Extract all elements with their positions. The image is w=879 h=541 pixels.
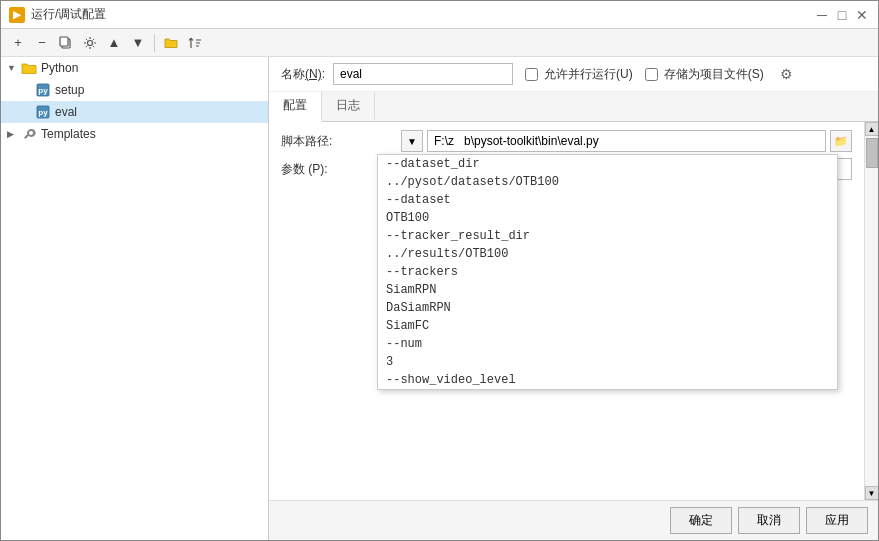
- autocomplete-item-11[interactable]: 3: [378, 353, 837, 371]
- name-header: 名称(N): 允许并行运行(U) 存储为项目文件(S) ⚙: [269, 57, 878, 92]
- svg-point-2: [88, 40, 93, 45]
- tabs-bar: 配置 日志: [269, 92, 878, 122]
- python-group-icon: [21, 60, 37, 76]
- save-project-label: 存储为项目文件(S): [664, 66, 764, 83]
- copy-icon: [59, 36, 73, 50]
- autocomplete-item-10[interactable]: --num: [378, 335, 837, 353]
- scroll-up-button[interactable]: ▲: [865, 122, 879, 136]
- autocomplete-item-8[interactable]: DaSiamRPN: [378, 299, 837, 317]
- autocomplete-item-3[interactable]: OTB100: [378, 209, 837, 227]
- settings-button[interactable]: [79, 32, 101, 54]
- save-project-checkbox[interactable]: [645, 68, 658, 81]
- title-bar: ▶ 运行/调试配置 ─ □ ✕: [1, 1, 878, 29]
- script-path-row: 脚本路径: ▼ 📁: [281, 130, 852, 152]
- setup-icon: py: [35, 82, 51, 98]
- autocomplete-item-6[interactable]: --trackers: [378, 263, 837, 281]
- cancel-button[interactable]: 取消: [738, 507, 800, 534]
- save-project-row: 存储为项目文件(S): [645, 66, 764, 83]
- scroll-thumb[interactable]: [866, 138, 878, 168]
- autocomplete-item-5[interactable]: ../results/OTB100: [378, 245, 837, 263]
- tab-config[interactable]: 配置: [269, 92, 322, 122]
- folder-icon: [164, 37, 178, 49]
- script-type-dropdown[interactable]: ▼: [401, 130, 423, 152]
- templates-icon: [21, 126, 37, 142]
- autocomplete-item-7[interactable]: SiamRPN: [378, 281, 837, 299]
- tree-python-group[interactable]: ▼ Python: [1, 57, 268, 79]
- tree-item-setup[interactable]: py setup: [1, 79, 268, 101]
- right-scrollbar: ▲ ▼: [864, 122, 878, 500]
- tree-item-eval[interactable]: py eval: [1, 101, 268, 123]
- templates-label: Templates: [41, 127, 96, 141]
- copy-config-button[interactable]: [55, 32, 77, 54]
- config-scroll-area[interactable]: 脚本路径: ▼ 📁 --dataset_dir ../pysot/dataset…: [269, 122, 864, 500]
- move-up-button[interactable]: ▲: [103, 32, 125, 54]
- scroll-container: 脚本路径: ▼ 📁 --dataset_dir ../pysot/dataset…: [269, 122, 878, 500]
- minimize-button[interactable]: ─: [814, 7, 830, 23]
- toolbar-separator: [154, 34, 155, 52]
- gear-button[interactable]: ⚙: [776, 63, 798, 85]
- python-group-label: Python: [41, 61, 78, 75]
- ok-button[interactable]: 确定: [670, 507, 732, 534]
- maximize-button[interactable]: □: [834, 7, 850, 23]
- autocomplete-item-12[interactable]: --show_video_level: [378, 371, 837, 389]
- script-path-input[interactable]: [427, 130, 826, 152]
- scroll-down-button[interactable]: ▼: [865, 486, 879, 500]
- autocomplete-item-2[interactable]: --dataset: [378, 191, 837, 209]
- apply-button[interactable]: 应用: [806, 507, 868, 534]
- allow-parallel-label: 允许并行运行(U): [544, 66, 633, 83]
- setup-label: setup: [55, 83, 84, 97]
- templates-arrow: ▶: [7, 129, 21, 139]
- main-window: ▶ 运行/调试配置 ─ □ ✕ + − ▲ ▼: [0, 0, 879, 541]
- allow-parallel-row: 允许并行运行(U): [525, 66, 633, 83]
- main-content: ▼ Python py setup: [1, 57, 878, 540]
- add-config-button[interactable]: +: [7, 32, 29, 54]
- bottom-buttons: 确定 取消 应用: [269, 500, 878, 540]
- wrench-templates-icon: [22, 127, 36, 141]
- eval-icon: py: [35, 104, 51, 120]
- app-icon: ▶: [9, 7, 25, 23]
- script-path-folder-button[interactable]: 📁: [830, 130, 852, 152]
- tab-log[interactable]: 日志: [322, 92, 375, 121]
- eval-label: eval: [55, 105, 77, 119]
- python-file-icon: py: [36, 83, 50, 97]
- name-input[interactable]: [333, 63, 513, 85]
- sort-icon: [188, 36, 202, 50]
- tree-templates-group[interactable]: ▶ Templates: [1, 123, 268, 145]
- toolbar: + − ▲ ▼: [1, 29, 878, 57]
- script-path-input-row: ▼ 📁: [401, 130, 852, 152]
- sort-button[interactable]: [184, 32, 206, 54]
- autocomplete-item-1[interactable]: ../pysot/datasets/OTB100: [378, 173, 837, 191]
- autocomplete-item-0[interactable]: --dataset_dir: [378, 155, 837, 173]
- move-down-button[interactable]: ▼: [127, 32, 149, 54]
- right-panel: 名称(N): 允许并行运行(U) 存储为项目文件(S) ⚙ 配置 日志: [269, 57, 878, 540]
- title-bar-left: ▶ 运行/调试配置: [9, 6, 106, 23]
- close-button[interactable]: ✕: [854, 7, 870, 23]
- python-file-icon-eval: py: [36, 105, 50, 119]
- folder-button[interactable]: [160, 32, 182, 54]
- svg-text:py: py: [38, 108, 48, 117]
- python-group-arrow: ▼: [7, 63, 21, 73]
- left-panel: ▼ Python py setup: [1, 57, 269, 540]
- autocomplete-dropdown: --dataset_dir ../pysot/datasets/OTB100 -…: [377, 154, 838, 390]
- config-panel: 脚本路径: ▼ 📁 --dataset_dir ../pysot/dataset…: [269, 122, 864, 500]
- svg-rect-1: [60, 37, 68, 46]
- title-controls: ─ □ ✕: [814, 7, 870, 23]
- remove-config-button[interactable]: −: [31, 32, 53, 54]
- allow-parallel-checkbox[interactable]: [525, 68, 538, 81]
- autocomplete-item-4[interactable]: --tracker_result_dir: [378, 227, 837, 245]
- wrench-icon: [83, 36, 97, 50]
- name-field-row: 名称(N):: [281, 63, 513, 85]
- window-title: 运行/调试配置: [31, 6, 106, 23]
- script-path-label: 脚本路径:: [281, 133, 401, 150]
- autocomplete-item-9[interactable]: SiamFC: [378, 317, 837, 335]
- svg-text:py: py: [38, 86, 48, 95]
- name-label: 名称(N):: [281, 66, 325, 83]
- python-folder-icon: [21, 61, 37, 75]
